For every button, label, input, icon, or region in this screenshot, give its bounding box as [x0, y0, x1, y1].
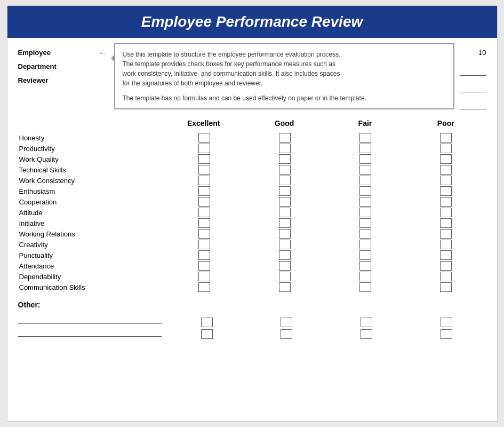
- other-fair-check2[interactable]: [361, 329, 372, 339]
- checkbox-fair-10[interactable]: [359, 240, 371, 249]
- checkbox-poor-3[interactable]: [440, 165, 452, 175]
- checkbox-good-6[interactable]: [279, 197, 291, 207]
- checkbox-excellent-13[interactable]: [198, 272, 210, 281]
- checkbox-poor-9[interactable]: [440, 229, 452, 239]
- table-row: Working Relations: [18, 229, 486, 239]
- checkbox-good-0[interactable]: [279, 133, 291, 143]
- checkbox-poor-6[interactable]: [440, 197, 452, 207]
- other-good-check2[interactable]: [281, 329, 292, 339]
- checkbox-fair-12[interactable]: [359, 261, 371, 271]
- department-field-row: Department: [18, 60, 93, 74]
- checkbox-excellent-3[interactable]: [198, 165, 210, 175]
- checkbox-poor-4[interactable]: [440, 176, 452, 185]
- checkbox-good-13[interactable]: [279, 272, 291, 281]
- checkbox-excellent-2[interactable]: [198, 154, 210, 164]
- good-cell: [244, 240, 325, 249]
- checkbox-fair-2[interactable]: [359, 154, 371, 164]
- good-cell: [244, 218, 325, 228]
- right-field-line2[interactable]: [460, 77, 486, 93]
- checkbox-poor-2[interactable]: [440, 154, 452, 164]
- checkbox-poor-11[interactable]: [440, 250, 452, 260]
- table-row: Work Consistency: [18, 176, 486, 185]
- tooltip-line1: Use this template to structure the emplo…: [123, 50, 446, 59]
- other-excellent-check1[interactable]: [201, 318, 213, 327]
- poor-cell: [405, 144, 486, 153]
- checkbox-poor-10[interactable]: [440, 240, 452, 249]
- checkbox-fair-9[interactable]: [359, 229, 371, 239]
- poor-cell: [405, 197, 486, 207]
- checkbox-excellent-8[interactable]: [198, 218, 210, 228]
- other-fair-check1[interactable]: [361, 318, 372, 327]
- right-field-line3[interactable]: [460, 93, 486, 109]
- checkbox-fair-8[interactable]: [359, 218, 371, 228]
- other-excellent-check2[interactable]: [201, 329, 213, 339]
- checkbox-good-9[interactable]: [279, 229, 291, 239]
- checkbox-fair-7[interactable]: [359, 208, 371, 217]
- checkbox-good-5[interactable]: [279, 186, 291, 196]
- col-good-header: Good: [244, 119, 324, 128]
- checkbox-excellent-14[interactable]: [198, 282, 210, 292]
- checkbox-good-11[interactable]: [279, 250, 291, 260]
- checkbox-good-4[interactable]: [279, 176, 291, 185]
- other-line-2[interactable]: [18, 326, 162, 337]
- checkbox-excellent-12[interactable]: [198, 261, 210, 271]
- fair-cell: [325, 261, 405, 271]
- table-row: Dependability: [18, 272, 486, 281]
- checkbox-good-14[interactable]: [279, 282, 291, 292]
- checkbox-fair-13[interactable]: [359, 272, 371, 281]
- other-poor-check1[interactable]: [441, 318, 452, 327]
- checkbox-good-3[interactable]: [279, 165, 291, 175]
- col-poor-header: Poor: [405, 119, 486, 128]
- fair-cell: [325, 218, 405, 228]
- checkbox-fair-0[interactable]: [359, 133, 371, 143]
- checkbox-fair-6[interactable]: [359, 197, 371, 207]
- checkbox-good-1[interactable]: [279, 144, 291, 153]
- checkbox-good-2[interactable]: [279, 154, 291, 164]
- checkbox-poor-7[interactable]: [440, 208, 452, 217]
- good-cell: [244, 250, 325, 260]
- checkbox-poor-12[interactable]: [440, 261, 452, 271]
- checkbox-fair-1[interactable]: [359, 144, 371, 153]
- checkbox-excellent-11[interactable]: [198, 250, 210, 260]
- right-field-line1[interactable]: [460, 60, 486, 76]
- checkbox-fair-5[interactable]: [359, 186, 371, 196]
- other-section: Other:: [18, 301, 486, 339]
- other-line-1[interactable]: [18, 313, 162, 324]
- checkbox-good-7[interactable]: [279, 208, 291, 217]
- other-poor-check2[interactable]: [441, 329, 452, 339]
- checkbox-good-8[interactable]: [279, 218, 291, 228]
- checkbox-poor-8[interactable]: [440, 218, 452, 228]
- checkbox-good-10[interactable]: [279, 240, 291, 249]
- checkbox-fair-14[interactable]: [359, 282, 371, 292]
- fair-cell: [325, 154, 405, 164]
- checkbox-fair-11[interactable]: [359, 250, 371, 260]
- checkbox-excellent-4[interactable]: [198, 176, 210, 185]
- checkbox-poor-0[interactable]: [440, 133, 452, 143]
- fair-cell: [325, 144, 405, 153]
- fair-cell: [325, 250, 405, 260]
- excellent-cell: [164, 229, 244, 239]
- checkbox-fair-4[interactable]: [359, 176, 371, 185]
- checkbox-excellent-10[interactable]: [198, 240, 210, 249]
- other-good-check1[interactable]: [281, 318, 292, 327]
- checkbox-fair-3[interactable]: [359, 165, 371, 175]
- checkbox-excellent-5[interactable]: [198, 186, 210, 196]
- table-row: Productivity: [18, 144, 486, 153]
- checkbox-excellent-9[interactable]: [198, 229, 210, 239]
- checkbox-excellent-0[interactable]: [198, 133, 210, 143]
- other-label: Other:: [18, 301, 486, 309]
- checkbox-excellent-6[interactable]: [198, 197, 210, 207]
- checkbox-excellent-7[interactable]: [198, 208, 210, 217]
- checkbox-poor-5[interactable]: [440, 186, 452, 196]
- excellent-cell: [164, 250, 244, 260]
- checkbox-poor-13[interactable]: [440, 272, 452, 281]
- fair-cell: [325, 165, 405, 175]
- other-fair-col: [326, 318, 406, 339]
- tooltip-line4: for the signatures of both employee and …: [123, 78, 446, 88]
- checkbox-poor-14[interactable]: [440, 282, 452, 292]
- poor-cell: [405, 250, 486, 260]
- checkbox-good-12[interactable]: [279, 261, 291, 271]
- table-row: Technical Skills: [18, 165, 486, 175]
- checkbox-poor-1[interactable]: [440, 144, 452, 153]
- checkbox-excellent-1[interactable]: [198, 144, 210, 153]
